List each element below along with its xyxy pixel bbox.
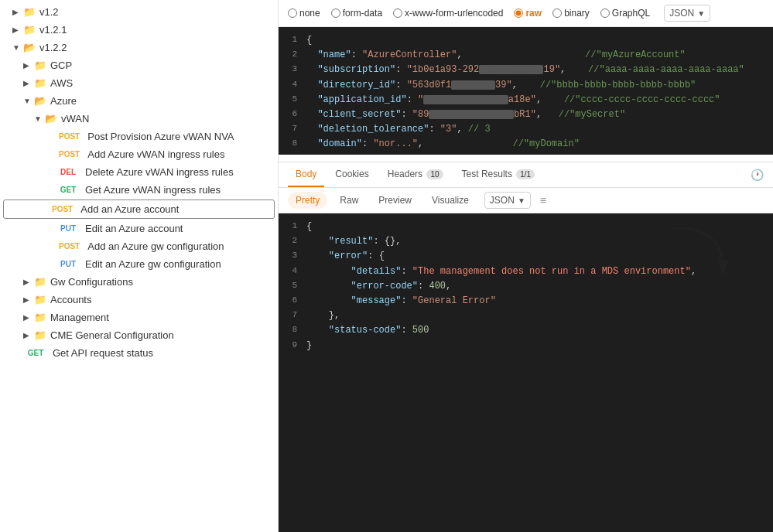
sidebar-item-cme-general[interactable]: ▶ 📁 CME General Configuration xyxy=(0,326,278,344)
sidebar-item-azure[interactable]: ▼ 📂 Azure xyxy=(0,92,278,110)
history-icon-btn[interactable]: 🕐 xyxy=(751,169,764,181)
sidebar-item-vwan[interactable]: ▼ 📂 vWAN xyxy=(0,110,278,128)
resp-line-1: 1 { xyxy=(279,220,773,234)
sidebar-item-post-provision[interactable]: ▶ POST Post Provision Azure vWAN NVA xyxy=(0,128,278,145)
line-number: 5 xyxy=(279,93,306,107)
radio-none[interactable] xyxy=(288,9,297,18)
tab-body-label: Body xyxy=(296,169,316,179)
body-type-urlencoded[interactable]: x-www-form-urlencoded xyxy=(393,8,503,19)
wrap-icon: ≡ xyxy=(540,194,546,206)
sidebar-item-label: AWS xyxy=(50,77,73,89)
radio-form-data[interactable] xyxy=(331,9,340,18)
radio-urlencoded[interactable] xyxy=(393,9,402,18)
code-line-3: 3 "subscription": "1b0e1a93-292█████████… xyxy=(279,63,773,77)
label-graphql: GraphQL xyxy=(612,8,650,19)
folder-icon: 📁 xyxy=(23,24,37,36)
sub-tab-pretty-label: Pretty xyxy=(296,195,320,206)
chevron-down-icon: ▼ xyxy=(34,114,45,123)
body-type-none[interactable]: none xyxy=(288,8,320,19)
wrap-text-btn[interactable]: ≡ xyxy=(535,192,551,209)
tab-body[interactable]: Body xyxy=(288,162,324,187)
sub-tab-pretty[interactable]: Pretty xyxy=(288,192,327,209)
sidebar-item-label: Get Azure vWAN ingress rules xyxy=(85,184,221,196)
tab-headers-label: Headers xyxy=(388,169,422,179)
response-format-selector[interactable]: JSON ▼ xyxy=(484,192,531,209)
sidebar-item-v122[interactable]: ▼ 📂 v1.2.2 xyxy=(0,39,278,56)
sidebar-item-management[interactable]: ▶ 📁 Management xyxy=(0,309,278,326)
body-type-form-data[interactable]: form-data xyxy=(331,8,382,19)
code-line-5: 5 "application_id": "████████████████a18… xyxy=(279,93,773,107)
folder-open-icon: 📂 xyxy=(23,42,37,53)
line-number: 4 xyxy=(279,264,306,278)
sidebar-item-v121[interactable]: ▶ 📁 v1.2.1 xyxy=(0,21,278,39)
response-format-label: JSON xyxy=(490,195,515,206)
code-content: "name": "AzureController", //"myAzureAcc… xyxy=(306,48,686,63)
sidebar-item-get-api-status[interactable]: ▶ GET Get API request status xyxy=(0,344,278,362)
tab-cookies-label: Cookies xyxy=(335,169,368,179)
main-panel: none form-data x-www-form-urlencoded raw… xyxy=(279,0,773,532)
tab-test-results-label: Test Results xyxy=(462,169,512,179)
sub-tab-preview-label: Preview xyxy=(378,195,412,206)
code-content: } xyxy=(306,339,312,353)
response-area: Body Cookies Headers 10 Test Results 1/1… xyxy=(279,162,773,532)
sidebar-item-label: GCP xyxy=(50,60,72,71)
sidebar-item-accounts[interactable]: ▶ 📁 Accounts xyxy=(0,291,278,309)
line-number: 2 xyxy=(279,234,306,248)
sidebar-item-aws[interactable]: ▶ 📁 AWS xyxy=(0,74,278,92)
sidebar-item-gw-configs[interactable]: ▶ 📁 Gw Configurations xyxy=(0,273,278,291)
line-number: 8 xyxy=(279,137,306,151)
folder-open-icon: 📂 xyxy=(34,95,48,107)
chevron-right-icon: ▶ xyxy=(23,313,34,322)
chevron-right-icon: ▶ xyxy=(23,278,34,286)
sub-tab-raw-label: Raw xyxy=(340,195,358,206)
line-number: 1 xyxy=(279,220,306,234)
sidebar-item-label: Azure xyxy=(50,95,77,107)
chevron-right-icon: ▶ xyxy=(23,331,34,339)
resp-line-9: 9 } xyxy=(279,339,773,353)
folder-icon: 📁 xyxy=(34,77,48,89)
code-content: "error": { xyxy=(306,249,385,264)
code-content: "details": "The management does not run … xyxy=(306,264,696,279)
sidebar-item-put-edit-account[interactable]: ▶ PUT Edit an Azure account xyxy=(0,220,278,237)
body-type-raw[interactable]: raw xyxy=(514,8,542,19)
resp-line-7: 7 }, xyxy=(279,309,773,323)
line-number: 3 xyxy=(279,249,306,263)
sub-tab-preview[interactable]: Preview xyxy=(371,192,419,209)
label-raw: raw xyxy=(525,8,542,19)
radio-binary[interactable] xyxy=(552,9,562,18)
sidebar-item-v12[interactable]: ▶ 📁 v1.2 xyxy=(0,3,278,21)
headers-count-badge: 10 xyxy=(426,169,443,179)
sidebar-item-label: Edit an Azure account xyxy=(85,223,183,234)
line-number: 7 xyxy=(279,122,306,136)
chevron-down-icon: ▼ xyxy=(23,97,34,105)
radio-graphql[interactable] xyxy=(600,9,610,18)
sidebar-item-label: vWAN xyxy=(61,113,89,124)
sidebar-item-post-add-gw[interactable]: ▶ POST Add an Azure gw configuration xyxy=(0,237,278,255)
sidebar-item-del-ingress[interactable]: ▶ DEL Delete Azure vWAN ingress rules xyxy=(0,163,278,181)
line-number: 1 xyxy=(279,33,306,47)
body-type-binary[interactable]: binary xyxy=(552,8,590,19)
format-selector[interactable]: JSON ▼ xyxy=(664,5,710,22)
tab-cookies[interactable]: Cookies xyxy=(327,162,376,187)
sidebar-item-put-edit-gw[interactable]: ▶ PUT Edit an Azure gw configuration xyxy=(0,255,278,273)
sidebar-item-label: v1.2 xyxy=(39,6,59,18)
sidebar-item-gcp[interactable]: ▶ 📁 GCP xyxy=(0,56,278,74)
resp-line-3: 3 "error": { xyxy=(279,249,773,264)
request-json-editor[interactable]: 1 { 2 "name": "AzureController", //"myAz… xyxy=(279,27,773,155)
sidebar-item-post-add-account[interactable]: POST Add an Azure account xyxy=(3,200,275,219)
sidebar-item-get-ingress[interactable]: ▶ GET Get Azure vWAN ingress rules xyxy=(0,181,278,199)
line-number: 3 xyxy=(279,63,306,77)
sub-tab-visualize[interactable]: Visualize xyxy=(424,192,477,209)
sidebar-item-label: Management xyxy=(50,312,109,323)
method-del-badge: DEL xyxy=(56,167,80,177)
chevron-right-icon: ▶ xyxy=(23,61,34,70)
response-tabs: Body Cookies Headers 10 Test Results 1/1… xyxy=(279,162,773,188)
tab-test-results[interactable]: Test Results 1/1 xyxy=(454,162,543,187)
folder-icon: 📁 xyxy=(34,312,48,323)
sidebar-item-post-add-ingress[interactable]: ▶ POST Add Azure vWAN ingress rules xyxy=(0,145,278,163)
code-content: { xyxy=(306,220,312,234)
tab-headers[interactable]: Headers 10 xyxy=(380,162,451,187)
radio-raw[interactable] xyxy=(514,9,523,18)
sub-tab-raw[interactable]: Raw xyxy=(332,192,366,209)
body-type-graphql[interactable]: GraphQL xyxy=(600,8,650,19)
